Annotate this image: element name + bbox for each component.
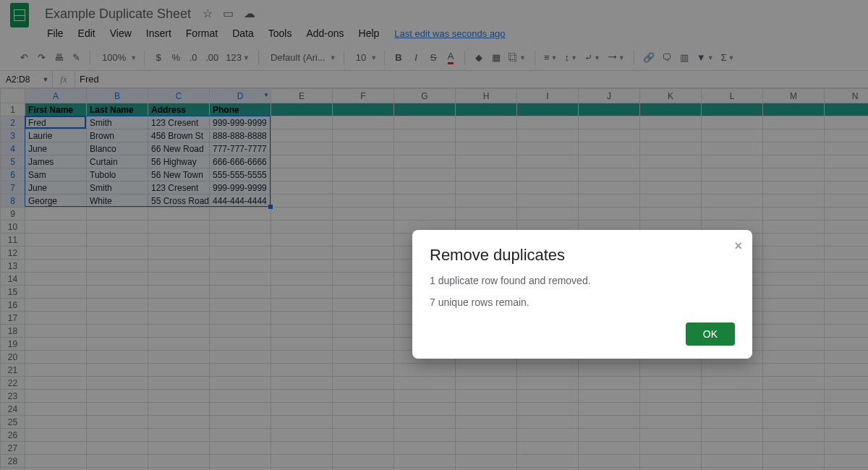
- dialog-message-2: 7 unique rows remain.: [430, 296, 735, 308]
- dialog-message-1: 1 duplicate row found and removed.: [430, 275, 735, 286]
- close-icon[interactable]: ×: [734, 239, 742, 254]
- remove-duplicates-dialog: × Remove duplicates 1 duplicate row foun…: [412, 230, 752, 359]
- ok-button[interactable]: OK: [686, 322, 735, 346]
- dialog-title: Remove duplicates: [430, 246, 735, 265]
